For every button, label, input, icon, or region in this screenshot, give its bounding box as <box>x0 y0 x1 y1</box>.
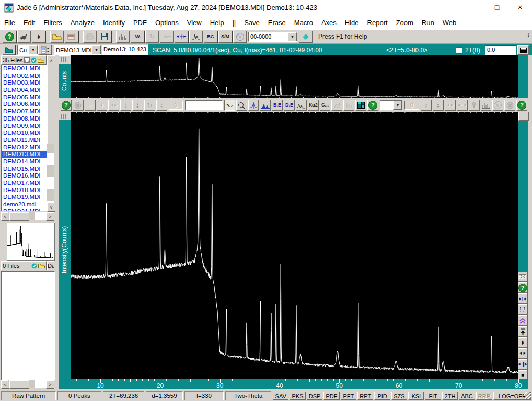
file-list-scroll-down-button[interactable]: ∨ <box>47 203 55 212</box>
peak-finder-button[interactable] <box>189 31 203 43</box>
menu-item-save[interactable]: Save <box>240 16 264 29</box>
file-list-scrollbar-track[interactable] <box>47 144 54 203</box>
file-list-item[interactable]: DEMO16.MDI <box>2 172 47 180</box>
file-list-item[interactable]: DEMO10.MDI <box>2 129 47 137</box>
split-horizontal-button[interactable] <box>518 293 527 304</box>
resize-grip[interactable] <box>524 392 531 399</box>
result-list-column-date[interactable]: Da <box>47 261 54 270</box>
zoom-tool-button[interactable] <box>236 100 247 111</box>
status-toggle-pks[interactable]: PKS <box>290 392 305 400</box>
status-toggle-pft[interactable]: PFT <box>341 392 356 400</box>
file-list-item[interactable]: DEMO13.MDI <box>2 151 47 158</box>
scroll-to-top-button[interactable] <box>518 326 527 337</box>
menu-item-analyze[interactable]: Analyze <box>66 16 99 29</box>
pdf-number-combo[interactable]: 00-0000▼ <box>248 32 297 42</box>
file-list-hscrollbar-track[interactable] <box>8 212 46 220</box>
profile-fitting-button[interactable] <box>296 100 307 111</box>
expand-vertical-button[interactable]: ▲▼ <box>518 337 527 348</box>
menu-item-view[interactable]: View <box>183 16 206 29</box>
help-button[interactable]: ? <box>3 31 16 43</box>
file-list[interactable]: DEMO01.MDIDEMO02.MDIDEMO03.MDIDEMO04.MDI… <box>1 65 47 211</box>
main-chart[interactable] <box>71 112 518 379</box>
save-button[interactable] <box>98 31 111 43</box>
range-edit-box[interactable] <box>185 100 222 110</box>
display-mode-button[interactable] <box>517 45 529 55</box>
macro-run-button[interactable] <box>17 31 31 43</box>
file-list-item[interactable]: DEMO06.MDI <box>2 101 47 108</box>
file-list-item[interactable]: DEMO21.MDI <box>2 208 47 211</box>
file-folder-button[interactable] <box>3 45 15 55</box>
file-list-item[interactable]: DEMO07.MDI <box>2 108 47 115</box>
result-scroll-right-button[interactable]: > <box>46 380 54 389</box>
result-hscrollbar-thumb[interactable] <box>9 380 29 389</box>
menu-item-axes[interactable]: Axes <box>317 16 341 29</box>
background-button[interactable]: BG <box>204 31 217 43</box>
file-list-item[interactable]: DEMO01.MDI <box>2 65 47 73</box>
pattern-thumbnail[interactable] <box>7 223 55 261</box>
help-button[interactable]: ? <box>61 100 72 111</box>
status-toggle-dsp[interactable]: DSP <box>307 392 323 400</box>
status-toggle-abc[interactable]: ABC <box>459 392 475 400</box>
open-file-button[interactable] <box>50 31 64 43</box>
chevron-down-icon[interactable]: ▼ <box>92 45 101 54</box>
anode-combo[interactable]: Cu ▼ <box>17 45 38 55</box>
menu-item-zoom[interactable]: Zoom <box>392 16 418 29</box>
current-file-combo[interactable]: DEMO13.MDI ▼ <box>54 45 101 55</box>
chevron-down-icon[interactable]: ▼ <box>29 45 38 54</box>
diffraction-edit-button[interactable]: D.E <box>284 100 295 111</box>
status-toggle-ksi[interactable]: KSI <box>408 392 424 400</box>
menu-item-macro[interactable]: Macro <box>290 16 317 29</box>
overview-pane-handle[interactable] <box>59 55 70 64</box>
menu-item-erase[interactable]: Erase <box>264 16 290 29</box>
toolbar-expand-button[interactable]: ↓ <box>527 31 530 39</box>
chevron-down-icon[interactable]: ▼ <box>393 101 402 110</box>
erase-data-button[interactable] <box>65 31 78 43</box>
status-toggle-pid[interactable]: PID <box>374 392 390 400</box>
overview-chart[interactable] <box>71 55 518 98</box>
file-list-header[interactable]: 35 Files <box>1 55 47 65</box>
help-button-2[interactable]: ? <box>367 100 378 111</box>
help-button[interactable]: ? <box>518 282 527 293</box>
menu-item-hide[interactable]: Hide <box>341 16 363 29</box>
ka2-strip-button[interactable]: Kα2 <box>308 100 319 111</box>
menu-item-help[interactable]: Help <box>206 16 228 29</box>
status-toggle-sav[interactable]: SAV <box>273 392 288 400</box>
file-list-item[interactable]: DEMO18.MDI <box>2 187 47 194</box>
file-list-item[interactable]: demo20.mdi <box>2 201 47 208</box>
menu-item-file[interactable]: File <box>0 16 19 29</box>
calibration-button[interactable]: C... <box>320 100 331 111</box>
two-theta-offset-field[interactable]: 0.0 <box>485 45 516 55</box>
help-button-3[interactable]: ? <box>516 100 527 111</box>
status-toggle-2th[interactable]: 2TH <box>442 392 458 400</box>
menu-item-web[interactable]: Web <box>438 16 461 29</box>
close-button[interactable]: × <box>511 2 529 13</box>
status-toggle-fit[interactable]: FIT <box>425 392 441 400</box>
file-list-item[interactable]: DEMO14.MDI <box>2 158 47 166</box>
file-list-item[interactable]: DEMO09.MDI <box>2 123 47 130</box>
file-list-scrollbar-thumb[interactable] <box>47 65 55 145</box>
result-list-body[interactable] <box>1 271 55 380</box>
overlay-select-combo[interactable]: ▼ <box>380 100 403 110</box>
file-list-item[interactable]: DEMO19.MDI <box>2 194 47 201</box>
file-list-item[interactable]: DEMO15.MDI <box>2 166 47 173</box>
background-edit-button[interactable]: B.E <box>272 100 283 111</box>
file-list-scroll-up-button[interactable]: ∧ <box>47 55 55 65</box>
menu-item-identify[interactable]: Identify <box>99 16 129 29</box>
file-list-item[interactable]: DEMO17.MDI <box>2 180 47 187</box>
status-toggle-pdf[interactable]: PDF <box>323 392 339 400</box>
minimize-button[interactable]: – <box>464 2 482 13</box>
pattern-view-button[interactable] <box>116 31 130 43</box>
file-list-item[interactable]: DEMO04.MDI <box>2 87 47 94</box>
status-toggle-rpt[interactable]: RPT <box>357 392 373 400</box>
file-list-item[interactable]: DEMO12.MDI <box>2 144 47 151</box>
weight-filter-button[interactable]: -W- <box>131 31 144 43</box>
file-list-item[interactable]: DEMO11.MDI <box>2 137 47 144</box>
file-list-scroll-right-button[interactable]: > <box>46 212 54 221</box>
normalize-intensity-button[interactable] <box>518 304 527 315</box>
file-list-item[interactable]: DEMO03.MDI <box>2 79 47 87</box>
main-pane-handle[interactable] <box>59 112 70 121</box>
sort-files-button[interactable]: ▲▼ <box>32 31 45 43</box>
right-pane-handle[interactable] <box>518 112 529 121</box>
grid-toggle-button[interactable] <box>355 100 366 111</box>
file-list-item[interactable]: DEMO05.MDI <box>2 94 47 101</box>
